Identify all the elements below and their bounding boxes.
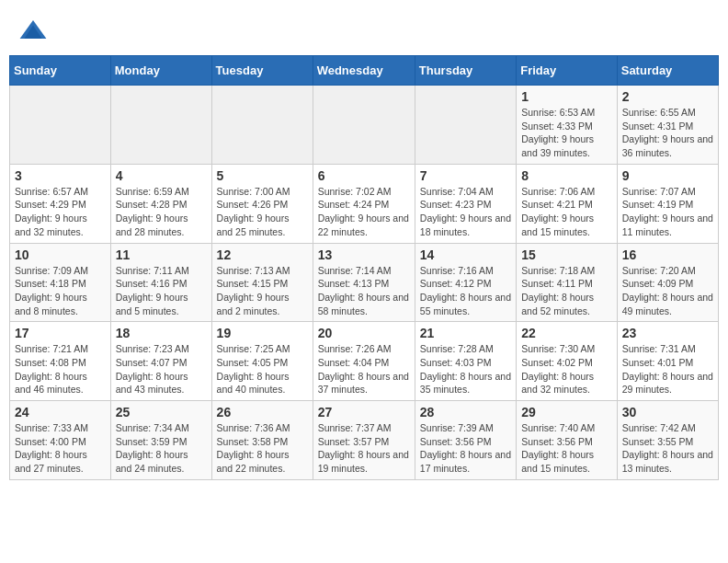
calendar-cell: 8Sunrise: 7:06 AM Sunset: 4:21 PM Daylig… — [517, 164, 618, 243]
day-info: Sunrise: 7:07 AM Sunset: 4:19 PM Dayligh… — [622, 185, 713, 239]
day-number: 18 — [116, 326, 207, 340]
calendar-table: SundayMondayTuesdayWednesdayThursdayFrid… — [9, 55, 719, 480]
calendar-cell: 11Sunrise: 7:11 AM Sunset: 4:16 PM Dayli… — [110, 243, 211, 322]
day-number: 28 — [420, 405, 511, 419]
day-info: Sunrise: 7:23 AM Sunset: 4:07 PM Dayligh… — [116, 342, 207, 396]
calendar-cell: 26Sunrise: 7:36 AM Sunset: 3:58 PM Dayli… — [211, 401, 313, 480]
day-info: Sunrise: 7:26 AM Sunset: 4:04 PM Dayligh… — [318, 342, 410, 396]
day-number: 13 — [318, 247, 410, 262]
day-info: Sunrise: 7:42 AM Sunset: 3:55 PM Dayligh… — [622, 421, 713, 476]
day-info: Sunrise: 6:53 AM Sunset: 4:33 PM Dayligh… — [521, 106, 612, 160]
calendar-container: SundayMondayTuesdayWednesdayThursdayFrid… — [0, 55, 728, 489]
calendar-cell: 2Sunrise: 6:55 AM Sunset: 4:31 PM Daylig… — [617, 86, 718, 165]
day-info: Sunrise: 7:30 AM Sunset: 4:02 PM Dayligh… — [521, 342, 612, 396]
day-info: Sunrise: 7:02 AM Sunset: 4:24 PM Dayligh… — [318, 185, 410, 239]
day-info: Sunrise: 7:06 AM Sunset: 4:21 PM Dayligh… — [521, 185, 612, 239]
day-number: 26 — [217, 405, 308, 419]
column-header-friday: Friday — [517, 56, 618, 86]
day-info: Sunrise: 7:14 AM Sunset: 4:13 PM Dayligh… — [318, 264, 410, 318]
calendar-cell: 4Sunrise: 6:59 AM Sunset: 4:28 PM Daylig… — [110, 164, 211, 243]
calendar-cell: 18Sunrise: 7:23 AM Sunset: 4:07 PM Dayli… — [110, 322, 211, 401]
logo-icon — [18, 17, 48, 46]
calendar-week-2: 3Sunrise: 6:57 AM Sunset: 4:29 PM Daylig… — [10, 164, 719, 243]
column-header-saturday: Saturday — [617, 56, 718, 86]
calendar-cell: 6Sunrise: 7:02 AM Sunset: 4:24 PM Daylig… — [313, 164, 415, 243]
day-number: 9 — [622, 168, 713, 183]
calendar-cell — [415, 86, 516, 165]
day-number: 29 — [521, 405, 612, 419]
calendar-cell — [10, 86, 111, 165]
day-number: 5 — [217, 168, 308, 183]
calendar-cell: 20Sunrise: 7:26 AM Sunset: 4:04 PM Dayli… — [313, 322, 415, 401]
calendar-week-1: 1Sunrise: 6:53 AM Sunset: 4:33 PM Daylig… — [10, 86, 719, 165]
column-header-wednesday: Wednesday — [313, 56, 415, 86]
calendar-cell: 16Sunrise: 7:20 AM Sunset: 4:09 PM Dayli… — [617, 243, 718, 322]
calendar-cell: 24Sunrise: 7:33 AM Sunset: 4:00 PM Dayli… — [10, 401, 111, 480]
column-header-thursday: Thursday — [415, 56, 516, 86]
calendar-week-5: 24Sunrise: 7:33 AM Sunset: 4:00 PM Dayli… — [10, 401, 719, 480]
calendar-cell: 17Sunrise: 7:21 AM Sunset: 4:08 PM Dayli… — [10, 322, 111, 401]
day-number: 22 — [521, 326, 612, 340]
calendar-cell: 23Sunrise: 7:31 AM Sunset: 4:01 PM Dayli… — [617, 322, 718, 401]
page-header — [0, 0, 728, 55]
day-number: 12 — [217, 247, 308, 262]
day-number: 27 — [318, 405, 410, 419]
calendar-cell: 25Sunrise: 7:34 AM Sunset: 3:59 PM Dayli… — [110, 401, 211, 480]
calendar-header-row: SundayMondayTuesdayWednesdayThursdayFrid… — [10, 56, 719, 86]
day-number: 1 — [521, 89, 612, 104]
column-header-tuesday: Tuesday — [211, 56, 313, 86]
day-info: Sunrise: 7:37 AM Sunset: 3:57 PM Dayligh… — [318, 421, 410, 476]
day-info: Sunrise: 7:04 AM Sunset: 4:23 PM Dayligh… — [420, 185, 511, 239]
day-number: 7 — [420, 168, 511, 183]
day-number: 4 — [116, 168, 207, 183]
day-info: Sunrise: 6:57 AM Sunset: 4:29 PM Dayligh… — [15, 185, 106, 239]
calendar-cell: 7Sunrise: 7:04 AM Sunset: 4:23 PM Daylig… — [415, 164, 516, 243]
day-number: 17 — [15, 326, 106, 340]
calendar-cell: 5Sunrise: 7:00 AM Sunset: 4:26 PM Daylig… — [211, 164, 313, 243]
day-info: Sunrise: 7:39 AM Sunset: 3:56 PM Dayligh… — [420, 421, 511, 476]
calendar-cell — [110, 86, 211, 165]
day-info: Sunrise: 7:13 AM Sunset: 4:15 PM Dayligh… — [217, 264, 308, 318]
calendar-cell: 12Sunrise: 7:13 AM Sunset: 4:15 PM Dayli… — [211, 243, 313, 322]
calendar-cell: 19Sunrise: 7:25 AM Sunset: 4:05 PM Dayli… — [211, 322, 313, 401]
calendar-week-4: 17Sunrise: 7:21 AM Sunset: 4:08 PM Dayli… — [10, 322, 719, 401]
day-info: Sunrise: 7:33 AM Sunset: 4:00 PM Dayligh… — [15, 421, 106, 476]
calendar-cell: 10Sunrise: 7:09 AM Sunset: 4:18 PM Dayli… — [10, 243, 111, 322]
calendar-cell: 3Sunrise: 6:57 AM Sunset: 4:29 PM Daylig… — [10, 164, 111, 243]
day-number: 6 — [318, 168, 410, 183]
day-info: Sunrise: 6:59 AM Sunset: 4:28 PM Dayligh… — [116, 185, 207, 239]
day-info: Sunrise: 7:00 AM Sunset: 4:26 PM Dayligh… — [217, 185, 308, 239]
day-number: 14 — [420, 247, 511, 262]
column-header-monday: Monday — [110, 56, 211, 86]
calendar-cell: 28Sunrise: 7:39 AM Sunset: 3:56 PM Dayli… — [415, 401, 516, 480]
day-info: Sunrise: 7:20 AM Sunset: 4:09 PM Dayligh… — [622, 264, 713, 318]
calendar-cell: 27Sunrise: 7:37 AM Sunset: 3:57 PM Dayli… — [313, 401, 415, 480]
day-info: Sunrise: 6:55 AM Sunset: 4:31 PM Dayligh… — [622, 106, 713, 160]
day-number: 11 — [116, 247, 207, 262]
calendar-cell: 14Sunrise: 7:16 AM Sunset: 4:12 PM Dayli… — [415, 243, 516, 322]
calendar-week-3: 10Sunrise: 7:09 AM Sunset: 4:18 PM Dayli… — [10, 243, 719, 322]
day-number: 20 — [318, 326, 410, 340]
calendar-cell: 15Sunrise: 7:18 AM Sunset: 4:11 PM Dayli… — [517, 243, 618, 322]
day-number: 8 — [521, 168, 612, 183]
day-info: Sunrise: 7:09 AM Sunset: 4:18 PM Dayligh… — [15, 264, 106, 318]
day-info: Sunrise: 7:34 AM Sunset: 3:59 PM Dayligh… — [116, 421, 207, 476]
day-info: Sunrise: 7:25 AM Sunset: 4:05 PM Dayligh… — [217, 342, 308, 396]
calendar-cell: 30Sunrise: 7:42 AM Sunset: 3:55 PM Dayli… — [617, 401, 718, 480]
day-number: 19 — [217, 326, 308, 340]
column-header-sunday: Sunday — [10, 56, 111, 86]
day-info: Sunrise: 7:18 AM Sunset: 4:11 PM Dayligh… — [521, 264, 612, 318]
day-info: Sunrise: 7:36 AM Sunset: 3:58 PM Dayligh… — [217, 421, 308, 476]
calendar-cell: 22Sunrise: 7:30 AM Sunset: 4:02 PM Dayli… — [517, 322, 618, 401]
day-info: Sunrise: 7:40 AM Sunset: 3:56 PM Dayligh… — [521, 421, 612, 476]
day-number: 15 — [521, 247, 612, 262]
day-number: 21 — [420, 326, 511, 340]
day-info: Sunrise: 7:11 AM Sunset: 4:16 PM Dayligh… — [116, 264, 207, 318]
day-number: 25 — [116, 405, 207, 419]
calendar-cell: 9Sunrise: 7:07 AM Sunset: 4:19 PM Daylig… — [617, 164, 718, 243]
day-number: 16 — [622, 247, 713, 262]
calendar-cell: 1Sunrise: 6:53 AM Sunset: 4:33 PM Daylig… — [517, 86, 618, 165]
calendar-cell: 13Sunrise: 7:14 AM Sunset: 4:13 PM Dayli… — [313, 243, 415, 322]
day-info: Sunrise: 7:28 AM Sunset: 4:03 PM Dayligh… — [420, 342, 511, 396]
day-info: Sunrise: 7:31 AM Sunset: 4:01 PM Dayligh… — [622, 342, 713, 396]
